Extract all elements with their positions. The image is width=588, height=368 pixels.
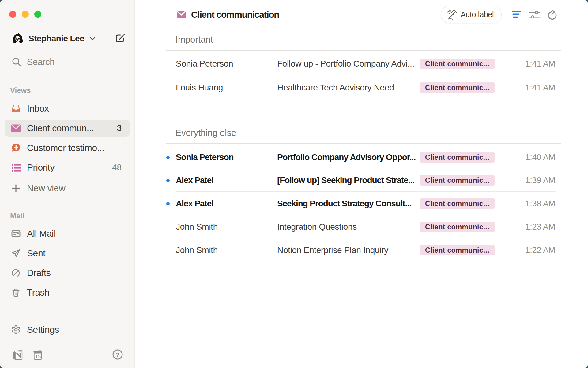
svg-text:N: N (16, 352, 21, 359)
svg-text:15: 15 (35, 353, 41, 360)
svg-text:?: ? (116, 351, 120, 358)
